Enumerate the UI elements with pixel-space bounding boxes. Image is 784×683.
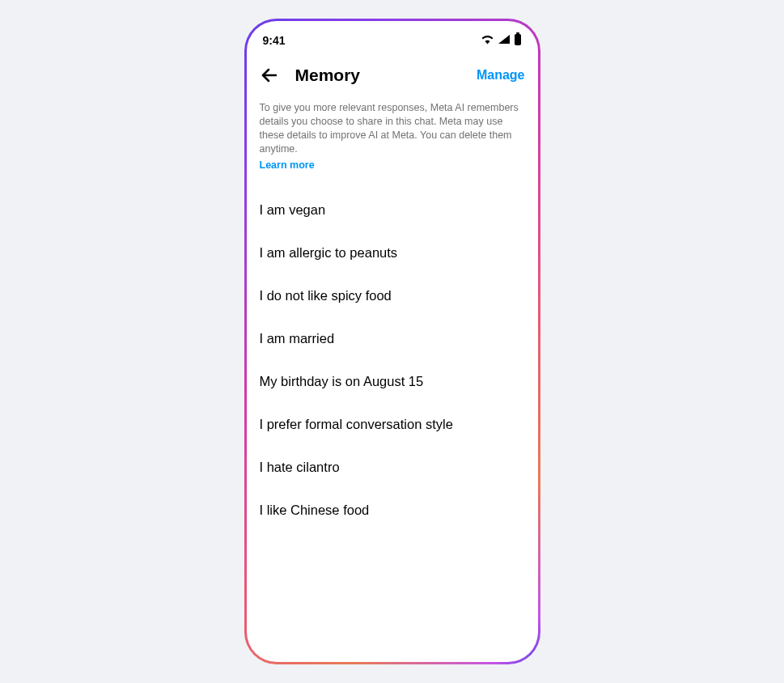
- manage-button[interactable]: Manage: [477, 68, 525, 83]
- svg-rect-0: [516, 32, 519, 34]
- battery-icon: [514, 32, 522, 48]
- status-bar: 9:41: [247, 21, 538, 54]
- memory-item[interactable]: I like Chinese food: [247, 489, 538, 532]
- status-time: 9:41: [263, 34, 286, 47]
- back-arrow-icon[interactable]: [260, 66, 279, 85]
- memory-item[interactable]: I am married: [247, 317, 538, 360]
- memory-item[interactable]: My birthday is on August 15: [247, 360, 538, 403]
- memory-item[interactable]: I do not like spicy food: [247, 274, 538, 317]
- memory-item[interactable]: I am allergic to peanuts: [247, 231, 538, 274]
- phone-screen: 9:41: [247, 21, 538, 662]
- status-icons: [481, 32, 522, 48]
- signal-icon: [498, 34, 511, 47]
- svg-rect-1: [515, 34, 521, 45]
- phone-frame: 9:41: [244, 19, 540, 664]
- learn-more-link[interactable]: Learn more: [247, 159, 538, 180]
- page-header: Memory Manage: [247, 54, 538, 96]
- memory-item[interactable]: I hate cilantro: [247, 446, 538, 489]
- page-title: Memory: [295, 66, 460, 85]
- wifi-icon: [481, 34, 494, 47]
- description-text: To give you more relevant responses, Met…: [247, 96, 538, 159]
- memory-item[interactable]: I am vegan: [247, 189, 538, 231]
- memory-list: I am vegan I am allergic to peanuts I do…: [247, 180, 538, 540]
- memory-item[interactable]: I prefer formal conversation style: [247, 403, 538, 446]
